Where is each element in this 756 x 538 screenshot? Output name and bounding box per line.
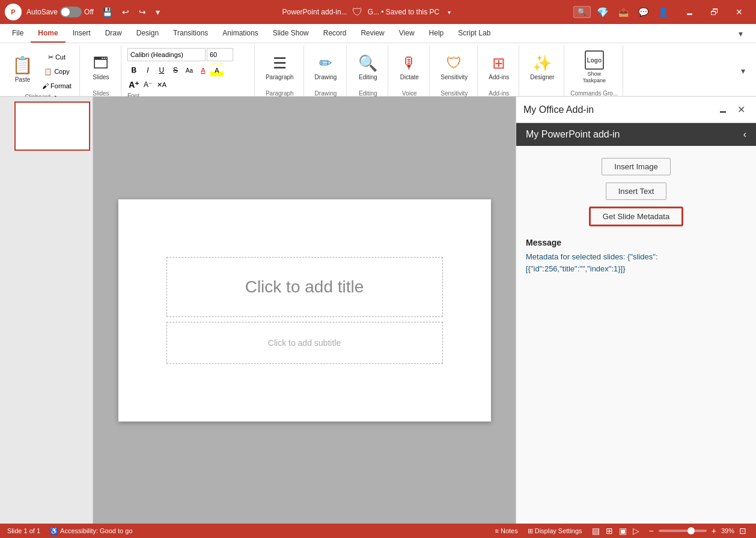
ribbon-more-btn[interactable]: ▾ (735, 28, 746, 40)
save-location-dropdown[interactable]: ▾ (444, 8, 454, 17)
redo-button[interactable]: ↪ (135, 6, 150, 18)
ribbon-group-editing: 🔍 Editing Editing (348, 46, 388, 96)
message-section: Message Metadata for selected slides: {"… (526, 238, 746, 274)
tab-view[interactable]: View (392, 24, 422, 43)
slide-panel: 1 (0, 97, 93, 524)
tab-animations[interactable]: Animations (215, 24, 265, 43)
clear-format-button[interactable]: ✕A (155, 78, 168, 91)
cut-button[interactable]: ✂ Cut (39, 50, 75, 64)
undo-button[interactable]: ↩ (118, 6, 133, 18)
addin-close-btn[interactable]: ✕ (734, 101, 749, 118)
tab-insert[interactable]: Insert (66, 24, 98, 43)
view-normal-btn[interactable]: ▤ (590, 525, 602, 537)
user-btn[interactable]: 👤 (654, 6, 672, 18)
paragraph-button[interactable]: ☰ Paragraph (261, 46, 299, 89)
increase-font-button[interactable]: A⁺ (127, 78, 141, 91)
tab-scriptlab[interactable]: Script Lab (451, 24, 498, 43)
bold-button[interactable]: B (127, 64, 141, 77)
restore-button[interactable]: 🗗 (702, 5, 727, 19)
dictate-button[interactable]: 🎙 Dictate (394, 46, 424, 89)
ribbon-group-commands: Logo ShowTaskpane Commands Gro... (565, 46, 623, 96)
slides-button[interactable]: 🗔 Slides (86, 46, 116, 89)
office-copilot-btn[interactable]: 💎 (593, 5, 612, 19)
designer-icon: ✨ (532, 54, 552, 73)
insert-text-button[interactable]: Insert Text (606, 183, 667, 200)
addins-button[interactable]: ⊞ Add-ins (484, 46, 514, 89)
customize-button[interactable]: ▾ (152, 6, 163, 18)
sensitivity-button[interactable]: 🛡 Sensitivity (436, 46, 472, 89)
tab-slideshow[interactable]: Slide Show (266, 24, 316, 43)
font-color-button[interactable]: A (197, 64, 210, 77)
font-size-input[interactable] (207, 48, 233, 61)
close-button[interactable]: ✕ (727, 5, 751, 19)
designer-button[interactable]: ✨ Designer (525, 46, 559, 89)
notes-button[interactable]: ≡ Notes (493, 527, 520, 534)
get-slide-metadata-button[interactable]: Get Slide Metadata (590, 207, 683, 226)
slide-title-area[interactable]: Click to add title (166, 257, 443, 317)
display-settings-button[interactable]: ⊞ Display Settings (525, 527, 585, 535)
zoom-slider[interactable] (659, 530, 707, 532)
status-left: Slide 1 of 1 ♿ Accessibility: Good to go (7, 527, 135, 535)
slide-thumbnail[interactable] (14, 101, 90, 151)
highlight-button[interactable]: A (210, 64, 224, 77)
italic-button[interactable]: I (141, 64, 154, 77)
font-size-row: A⁺ A⁻ ✕A (127, 78, 233, 91)
ribbon-tabs: File Home Insert Draw Design Transitions… (0, 24, 756, 43)
save-button[interactable]: 💾 (99, 6, 116, 18)
slide-info: Slide 1 of 1 (7, 527, 40, 534)
view-reading-btn[interactable]: ▣ (617, 525, 629, 537)
tab-transitions[interactable]: Transitions (166, 24, 215, 43)
drawing-icon: ✏ (319, 54, 332, 73)
addin-collapse-btn[interactable]: 🗕 (715, 101, 731, 118)
tab-review[interactable]: Review (353, 24, 391, 43)
addins-content: ⊞ Add-ins (484, 46, 514, 89)
tab-home[interactable]: Home (31, 24, 65, 43)
show-taskpane-button[interactable]: Logo ShowTaskpane (578, 46, 611, 89)
voice-content: 🎙 Dictate (394, 46, 424, 89)
clipboard-secondary: ✂ Cut 📋 Copy 🖌 Format (39, 46, 75, 92)
copy-button[interactable]: 📋 Copy (39, 65, 75, 78)
tab-design[interactable]: Design (129, 24, 166, 43)
autosave-toggle[interactable] (60, 7, 82, 17)
search-box[interactable]: 🔍 (573, 6, 591, 18)
commands-content: Logo ShowTaskpane (578, 46, 611, 89)
strikethrough-button[interactable]: S (169, 64, 182, 77)
font-name-input[interactable] (127, 48, 206, 61)
slide-canvas[interactable]: Click to add title Click to add subtitle (118, 199, 491, 422)
zoom-out-btn[interactable]: − (647, 525, 656, 537)
addin-header-title: My PowerPoint add-in (526, 129, 620, 140)
ribbon-expand-btn[interactable]: ▾ (737, 65, 749, 77)
slide-subtitle-area[interactable]: Click to add subtitle (166, 322, 443, 364)
title-bar: P AutoSave Off 💾 ↩ ↪ ▾ PowerPoint add-in… (0, 0, 756, 24)
paragraph-icon: ☰ (273, 54, 287, 73)
paste-label: Paste (15, 76, 31, 83)
drawing-button[interactable]: ✏ Drawing (310, 46, 342, 89)
accessibility-btn[interactable]: ♿ Accessibility: Good to go (47, 527, 135, 535)
slide-thumb-wrapper: 1 (2, 101, 90, 151)
share-btn[interactable]: 📤 (615, 6, 632, 18)
addin-header-collapse[interactable]: ‹ (743, 129, 746, 140)
view-slideshow-btn[interactable]: ▷ (630, 525, 642, 537)
tab-help[interactable]: Help (422, 24, 451, 43)
font-name-row (127, 48, 233, 61)
slide-title-placeholder: Click to add title (245, 277, 364, 297)
paste-button[interactable]: 📋 Paste (7, 47, 38, 91)
fit-slide-btn[interactable]: ⊡ (737, 525, 749, 537)
zoom-thumb (687, 527, 695, 534)
zoom-in-btn[interactable]: + (709, 525, 719, 537)
comments-btn[interactable]: 💬 (635, 6, 652, 18)
view-slide-sorter-btn[interactable]: ⊞ (603, 525, 615, 537)
tab-record[interactable]: Record (316, 24, 354, 43)
insert-image-button[interactable]: Insert Image (602, 158, 670, 175)
minimize-button[interactable]: 🗕 (677, 5, 702, 19)
ribbon-overflow: ▾ (733, 46, 754, 96)
editing-button[interactable]: 🔍 Editing (353, 46, 383, 89)
tab-draw[interactable]: Draw (98, 24, 129, 43)
ribbon-group-clipboard: 📋 Paste ✂ Cut 📋 Copy 🖌 Format Clipboard … (2, 46, 80, 96)
change-case-button[interactable]: Aa (183, 64, 196, 77)
addin-title: My Office Add-in (523, 104, 715, 115)
tab-file[interactable]: File (5, 24, 31, 43)
underline-button[interactable]: U (155, 64, 168, 77)
format-painter-button[interactable]: 🖌 Format (39, 79, 75, 92)
decrease-font-button[interactable]: A⁻ (141, 78, 154, 91)
